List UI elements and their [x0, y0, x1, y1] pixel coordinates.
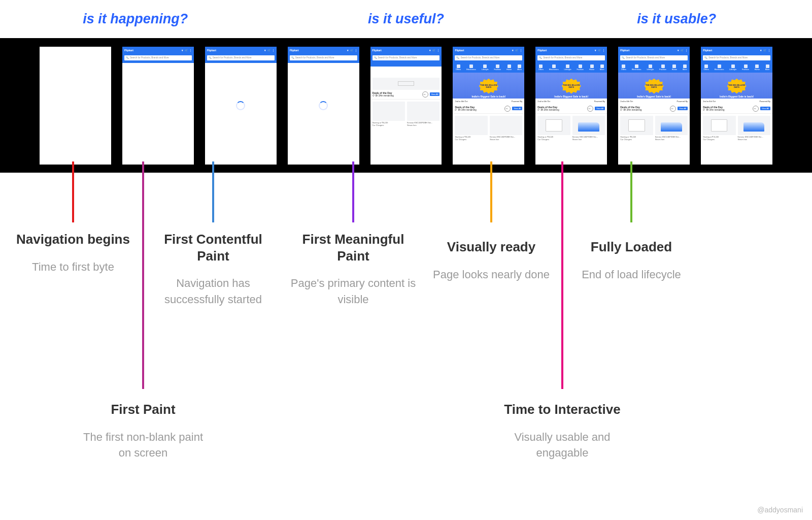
frame-fully-loaded: Flipkart▾🛒⋮ 🔍Search for Products, Brands… — [701, 47, 772, 165]
milestone-title: Navigation begins — [7, 231, 139, 248]
header-icons: ▾🛒⋮ — [180, 49, 192, 52]
promo-banner: THE BIG BILLION DAYS India's Biggest Sal… — [453, 73, 524, 104]
milestone-nav: Navigation begins Time to first byte — [7, 231, 139, 275]
milestone-fp: First Paint The first non-blank paint on… — [77, 401, 209, 461]
frame-first-paint: Flipkart▾🛒⋮ 🔍Search for Products, Brands… — [122, 47, 194, 165]
frame-fmp-1: Flipkart▾🛒⋮ 🔍Search for Products, Brands… — [370, 47, 442, 165]
timeline-strip: Flipkart▾🛒⋮ 🔍Search for Products, Brands… — [0, 38, 812, 173]
credit: @addyosmani — [757, 506, 803, 514]
questions-row: is it happening? is it useful? is it usa… — [0, 11, 812, 27]
milestone-tti: Time to Interactive Visually usable and … — [496, 401, 628, 461]
search-placeholder: Search for Products, Brands and More — [130, 56, 169, 59]
question-useful: is it useful? — [297, 11, 515, 27]
sale-badge: THE BIG BILLION DAYS — [479, 79, 498, 94]
spinner-icon — [319, 101, 328, 110]
view-all-button: View All — [430, 92, 440, 96]
marker-fmp — [352, 161, 354, 222]
frame-fmp-2: Flipkart▾🛒⋮ 🔍Search for Products, Brands… — [453, 47, 524, 165]
marker-fp — [142, 161, 144, 389]
milestone-vr: Visually ready Page looks nearly done — [425, 239, 557, 282]
question-happening: is it happening? — [26, 11, 245, 27]
milestone-fl: Fully Loaded End of load lifecycle — [565, 239, 697, 282]
marker-fl — [630, 161, 632, 222]
search-bar: 🔍Search for Products, Brands and More — [124, 55, 192, 60]
placeholder-image — [373, 78, 440, 90]
frame-fcp-2: Flipkart▾🛒⋮ 🔍Search for Products, Brands… — [288, 47, 359, 165]
frame-tti: Flipkart▾🛒⋮ 🔍Search for Products, Brands… — [618, 47, 690, 165]
marker-fcp — [212, 161, 214, 222]
deals-row: Deals of the Day⏱ 8h 34m remaining View … — [370, 90, 442, 100]
clock-icon — [422, 91, 428, 98]
marker-vr — [490, 161, 492, 222]
search-icon: 🔍 — [126, 56, 129, 59]
frame-fcp-1: Flipkart▾🛒⋮ 🔍Search for Products, Brands… — [205, 47, 277, 165]
brand-label: Flipkart — [124, 49, 133, 52]
category-bar: Offers Electronics Lifestyle Fashion Hom… — [453, 63, 524, 73]
frame-blank — [40, 47, 111, 165]
spinner-icon — [236, 101, 245, 110]
milestone-fmp: First Meaningful Paint Page's primary co… — [287, 231, 419, 308]
frame-visually-ready: Flipkart▾🛒⋮ 🔍Search for Products, Brands… — [535, 47, 607, 165]
milestone-fcp: First Contentful Paint Navigation has su… — [147, 231, 279, 308]
marker-tti — [561, 161, 563, 389]
marker-nav — [72, 161, 74, 222]
question-usable: is it usable? — [567, 11, 786, 27]
category-bar — [370, 63, 442, 67]
milestone-desc: Time to first byte — [7, 259, 139, 275]
